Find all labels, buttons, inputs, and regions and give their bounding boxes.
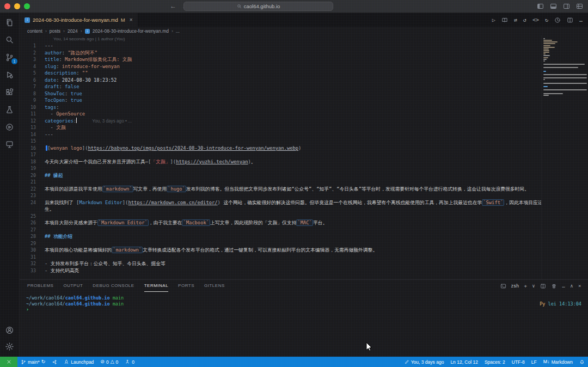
run-debug-icon[interactable]	[5, 70, 14, 79]
minimap[interactable]	[541, 35, 588, 279]
tab-terminal[interactable]: TERMINAL	[144, 280, 168, 292]
breadcrumb-item-symbol[interactable]: ...	[176, 28, 180, 34]
editor-area[interactable]: You, 14 seconds ago | 1 author (You) 1--…	[20, 35, 588, 279]
code-line[interactable]: 23	[20, 192, 541, 199]
explorer-icon[interactable]	[5, 18, 14, 27]
code-line[interactable]: 25	[20, 213, 541, 220]
code-line[interactable]: 生。	[20, 206, 541, 213]
breadcrumb-item-file[interactable]: 2024-08-30-introduce-for-wenyan.md	[93, 28, 169, 34]
kill-terminal-trash-icon[interactable]	[551, 283, 557, 289]
macos-close-button[interactable]	[4, 3, 10, 9]
code-line[interactable]: 18今天向大家介绍一个我自己开发并且开源的工具—[「文颜」](https://y…	[20, 158, 541, 166]
code-line[interactable]: 16![wenyan logo](https://babyno.top/imgs…	[20, 145, 541, 152]
line-number: 10	[20, 104, 45, 111]
eol-indicator[interactable]: LF	[528, 357, 540, 367]
close-panel-icon[interactable]: ×	[578, 283, 581, 289]
split-terminal-icon[interactable]	[540, 283, 546, 289]
code-line[interactable]: 20## 缘起	[20, 172, 541, 179]
code-line[interactable]: 6date: 2024-08-30 18:23:52	[20, 77, 541, 84]
code-line[interactable]: 24后来我找到了 [Markdown Editor](https://markd…	[20, 199, 541, 206]
toggle-sidebar-left-icon[interactable]	[537, 3, 544, 10]
code-line[interactable]: 9TocOpen: true	[20, 97, 541, 104]
settings-gear-icon[interactable]	[5, 342, 14, 351]
remote-indicator[interactable]	[0, 357, 17, 367]
tab-ports[interactable]: PORTS	[178, 280, 194, 292]
code-line[interactable]: 21	[20, 179, 541, 186]
code-line[interactable]: 28## 功能介绍	[20, 233, 541, 240]
macos-maximize-button[interactable]	[24, 3, 30, 9]
gitlens-graph-button[interactable]	[48, 357, 60, 367]
source-control-icon[interactable]: 1	[5, 53, 14, 62]
code-line[interactable]: 30本项目的核心功能是将编辑好的`markdown`文章转换成适配各个发布平台的…	[20, 247, 541, 254]
markdown-preview-icon[interactable]	[501, 17, 508, 23]
remote-explorer-icon[interactable]	[5, 140, 14, 149]
tab-problems[interactable]: PROBLEMS	[27, 280, 53, 292]
blame-indicator[interactable]: You, 3 days ago	[401, 357, 448, 367]
indentation-indicator[interactable]: Spaces: 2	[481, 357, 509, 367]
code-line[interactable]: 31	[20, 254, 541, 261]
testing-icon[interactable]	[5, 105, 14, 114]
notifications-bell[interactable]	[576, 357, 588, 367]
tab-debug-console[interactable]: DEBUG CONSOLE	[93, 280, 134, 292]
tab-output[interactable]: OUTPUT	[63, 280, 83, 292]
code-line[interactable]: 7draft: false	[20, 83, 541, 90]
redo-icon[interactable]: ↻	[545, 17, 548, 23]
customize-layout-icon[interactable]	[576, 3, 583, 10]
code-line[interactable]: 14---	[20, 131, 541, 138]
breadcrumb-item[interactable]: 2024	[68, 28, 78, 34]
problems-indicator[interactable]: ⊘ 0 △ 0	[97, 357, 121, 367]
breadcrumb-item[interactable]: posts	[50, 28, 60, 34]
split-editor-icon[interactable]	[567, 17, 573, 23]
more-actions-icon[interactable]: …	[579, 17, 583, 23]
toggle-sidebar-right-icon[interactable]	[563, 3, 570, 10]
code-line[interactable]: 15	[20, 138, 541, 145]
code-line[interactable]: 29	[20, 240, 541, 247]
terminal-content[interactable]: ~/work/caol64/caol64.github.io main~/wor…	[20, 292, 588, 357]
code-line[interactable]: 26本项目大部分灵感来源于`Markdown Editor`，由于我主要在`Ma…	[20, 219, 541, 227]
code-line[interactable]: 33- 支持代码高亮	[20, 267, 541, 274]
code-line[interactable]: 3title: Markdown排版美化工具: 文颜	[20, 56, 541, 63]
extensions-icon[interactable]	[5, 88, 14, 97]
account-icon[interactable]	[5, 326, 14, 335]
timeline-icon[interactable]	[554, 17, 561, 23]
code-line[interactable]: 8ShowToc: true	[20, 90, 541, 97]
code-lines[interactable]: You, 14 seconds ago | 1 author (You) 1--…	[20, 35, 541, 279]
code-icon[interactable]: <>	[532, 17, 539, 23]
code-line[interactable]: 10tags:	[20, 104, 541, 111]
search-sidebar-icon[interactable]	[5, 35, 14, 45]
compare-changes-icon[interactable]: ⇄	[514, 17, 517, 23]
live-preview-icon[interactable]	[5, 123, 14, 132]
discard-changes-icon[interactable]: ↺	[523, 17, 526, 23]
code-line[interactable]: 17	[20, 151, 541, 158]
new-terminal-icon[interactable]: +	[524, 283, 527, 289]
language-mode[interactable]: M↓ Markdown	[540, 357, 576, 367]
breadcrumb-item[interactable]: content	[27, 28, 42, 34]
code-line[interactable]: 19	[20, 165, 541, 172]
cursor-position[interactable]: Ln 12, Col 12	[447, 357, 481, 367]
code-line[interactable]: 12categories:You, 3 days ago • ...	[20, 118, 541, 125]
terminal-dropdown-icon[interactable]: ∨	[532, 283, 535, 289]
panel-more-icon[interactable]: …	[562, 283, 565, 289]
run-icon[interactable]: ▷	[492, 17, 495, 23]
tab-close-icon[interactable]: ×	[130, 17, 133, 23]
code-line[interactable]: 22本项目的起源是我平常使用`markdown`写文章，再使用`hugo`发布到…	[20, 186, 541, 193]
maximize-panel-icon[interactable]: ∧	[570, 283, 573, 289]
code-line[interactable]: 4slug: introduce-for-wenyan	[20, 63, 541, 70]
command-center-search[interactable]: caol64.github.io	[183, 2, 333, 11]
code-line[interactable]: 5description: ""	[20, 70, 541, 77]
code-line[interactable]: 11 - OpenSource	[20, 111, 541, 118]
macos-minimize-button[interactable]	[14, 3, 20, 9]
fork-count-indicator[interactable]: 0	[121, 357, 138, 367]
nav-back-icon[interactable]: ←	[170, 2, 176, 10]
code-line[interactable]: 13 - 文颜	[20, 124, 541, 131]
code-line[interactable]: 27	[20, 227, 541, 234]
toggle-panel-icon[interactable]	[550, 3, 557, 10]
tab-markdown-file[interactable]: 2024-08-30-introduce-for-wenyan.md M ×	[20, 13, 138, 27]
code-line[interactable]: 32- 支持发布到多平台：公众号、知乎、今日头条、掘金等	[20, 260, 541, 267]
code-line[interactable]: 1---	[20, 42, 541, 50]
encoding-indicator[interactable]: UTF-8	[509, 357, 528, 367]
branch-indicator[interactable]: main* ↻	[17, 357, 48, 367]
launchpad-button[interactable]: Launchpad	[60, 357, 97, 367]
tab-gitlens[interactable]: GITLENS	[204, 280, 225, 292]
code-line[interactable]: 2author: "路边的阿不"	[20, 50, 541, 57]
